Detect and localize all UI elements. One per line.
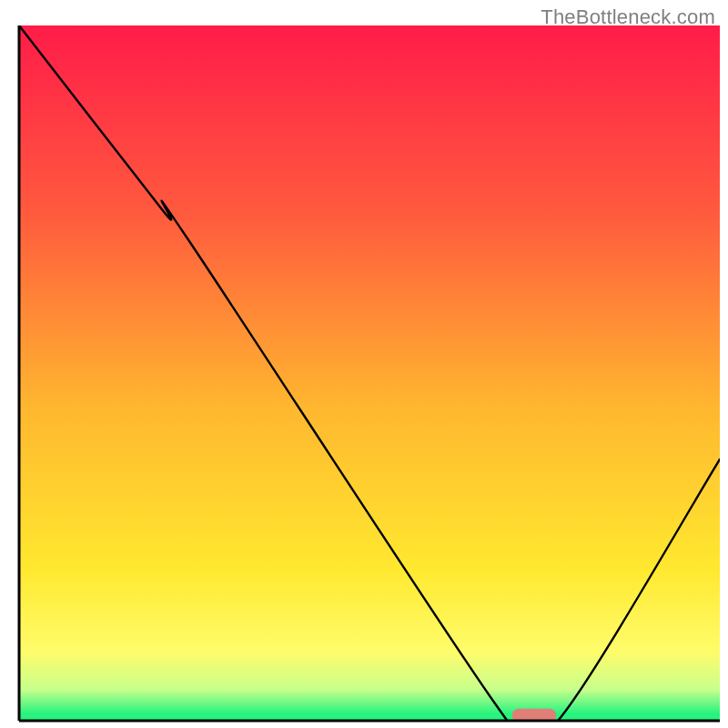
- bottleneck-chart: TheBottleneck.com: [0, 0, 728, 728]
- watermark-text: TheBottleneck.com: [541, 5, 715, 29]
- gradient-background: [19, 25, 720, 721]
- chart-svg: [0, 0, 728, 728]
